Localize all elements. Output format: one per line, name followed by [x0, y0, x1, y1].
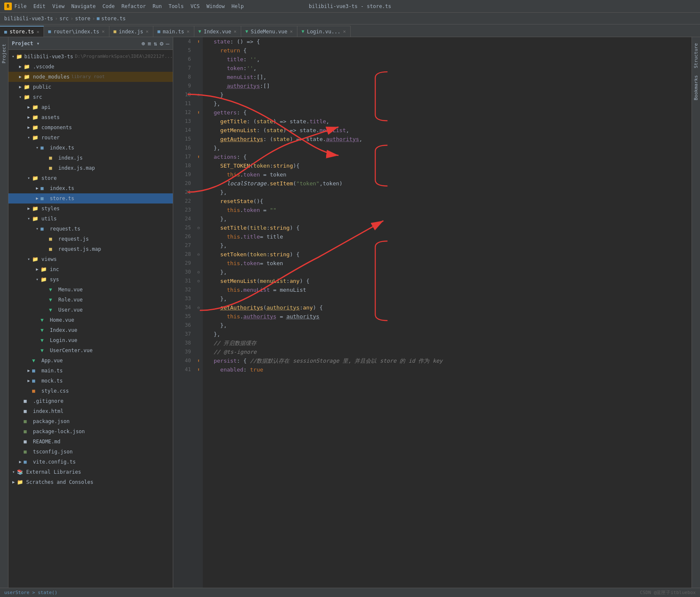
menu-help[interactable]: Help	[232, 3, 244, 9]
tree-item-request-js[interactable]: ■ request.js	[8, 234, 173, 244]
tab-index-js[interactable]: ■ index.js ✕	[109, 26, 153, 37]
breadcrumb-project[interactable]: bilibili-vue3-ts	[4, 16, 53, 22]
menu-run[interactable]: Run	[153, 3, 162, 9]
tab-close-indexvue[interactable]: ✕	[234, 29, 237, 34]
tree-label-vscode: .vscode	[33, 62, 54, 71]
tree-item-node-modules[interactable]: ▶ 📁 node_modules library root	[8, 72, 173, 82]
ln-10: 10	[177, 90, 191, 99]
tree-item-external-libs[interactable]: ▾ 📚 External Libraries	[8, 467, 173, 477]
tab-close-sidemenuvue[interactable]: ✕	[290, 29, 293, 34]
ln-23: 23	[177, 206, 191, 214]
tab-main-ts[interactable]: ■ main.ts ✕	[153, 26, 194, 37]
tree-item-inc[interactable]: ▶ 📁 inc	[8, 264, 173, 274]
breadcrumb-src[interactable]: src	[60, 16, 69, 22]
tree-item-vite-config[interactable]: ▶ ■ vite.config.ts	[8, 457, 173, 467]
tree-item-store[interactable]: ▾ 📁 store	[8, 173, 173, 183]
tree-item-router-index-ts[interactable]: ▾ ■ index.ts	[8, 143, 173, 153]
tab-close-store[interactable]: ✕	[36, 29, 39, 35]
tab-store-ts[interactable]: ■ store.ts ✕	[0, 26, 44, 37]
tree-item-usercenter-vue[interactable]: ▼ UserCenter.vue	[8, 345, 173, 355]
tree-arrow-public: ▶	[17, 83, 24, 91]
tree-item-styles[interactable]: ▶ 📁 styles	[8, 204, 173, 214]
editor-container: 4 5 6 7 8 9 10 11 12 13 14 15 16 17 18 1…	[173, 37, 692, 588]
tree-item-home-vue[interactable]: ▼ Home.vue	[8, 315, 173, 325]
menu-edit[interactable]: Edit	[33, 3, 46, 9]
tree-item-request-jsmap[interactable]: ■ request.js.map	[8, 244, 173, 254]
code-line-30: },	[207, 268, 687, 277]
ln-13: 13	[177, 117, 191, 126]
panel-action-settings[interactable]: ⚙	[160, 40, 163, 47]
menu-refactor[interactable]: Refactor	[121, 3, 146, 9]
status-breadcrumb[interactable]: userStore > state()	[4, 590, 57, 595]
tree-item-index-vue[interactable]: ▼ Index.vue	[8, 325, 173, 335]
tree-item-main-ts[interactable]: ▶ ■ main.ts	[8, 366, 173, 376]
tree-item-store-ts[interactable]: ▶ ■ store.ts	[8, 193, 173, 204]
ts-icon-main: ■	[32, 366, 40, 375]
tree-item-root[interactable]: ▾ 📁 bilibili-vue3-ts D:\ProgramWorkSpace…	[8, 52, 173, 62]
tree-item-sys[interactable]: ▾ 📁 sys	[8, 274, 173, 285]
panel-action-locate[interactable]: ⊕	[142, 40, 145, 47]
tree-item-app-vue[interactable]: ▼ App.vue	[8, 355, 173, 366]
vue-icon-menu: ▼	[49, 285, 57, 294]
ln-6: 6	[177, 55, 191, 64]
tree-item-index-html[interactable]: ■ index.html	[8, 406, 173, 416]
tree-item-views[interactable]: ▾ 📁 views	[8, 254, 173, 264]
menu-navigate[interactable]: Navigate	[71, 3, 96, 9]
bookmarks-toggle[interactable]: Bookmarks	[692, 73, 700, 103]
tab-sidemenu-vue[interactable]: ▼ SideMenu.vue ✕	[241, 26, 297, 37]
tree-item-assets[interactable]: ▶ 📁 assets	[8, 112, 173, 122]
tab-close-indexjs[interactable]: ✕	[146, 29, 149, 34]
tree-label-tsconfig: tsconfig.json	[33, 448, 73, 456]
tree-item-router-indexjsmap[interactable]: ■ index.js.map	[8, 163, 173, 173]
tree-item-utils[interactable]: ▾ 📁 utils	[8, 214, 173, 224]
tree-label-components: components	[41, 123, 72, 132]
tree-item-store-indexts[interactable]: ▶ ■ index.ts	[8, 183, 173, 193]
main-layout: Project Project ▾ ⊕ ≡ ⇅ ⚙ — ▾ 📁 bilibili…	[0, 37, 700, 588]
editor-area[interactable]: 4 5 6 7 8 9 10 11 12 13 14 15 16 17 18 1…	[173, 37, 692, 588]
tree-item-login-vue[interactable]: ▼ Login.vue	[8, 335, 173, 345]
panel-action-sort[interactable]: ⇅	[154, 40, 157, 47]
tab-login-vue[interactable]: ▼ Login.vu... ✕	[297, 26, 351, 37]
tree-item-router-indexjs[interactable]: ■ index.js	[8, 153, 173, 163]
tree-item-package-json[interactable]: ■ package.json	[8, 416, 173, 426]
tree-item-tsconfig[interactable]: ■ tsconfig.json	[8, 447, 173, 457]
folder-icon-views: 📁	[32, 255, 40, 263]
tab-close-router[interactable]: ✕	[102, 29, 105, 34]
panel-dropdown-icon[interactable]: ▾	[37, 41, 40, 46]
panel-action-close[interactable]: —	[166, 40, 169, 47]
tree-item-vscode[interactable]: ▶ 📁 .vscode	[8, 62, 173, 72]
menu-code[interactable]: Code	[103, 3, 115, 9]
tree-item-role-vue[interactable]: ▼ Role.vue	[8, 295, 173, 305]
tab-index-vue[interactable]: ▼ Index.vue ✕	[194, 26, 241, 37]
tree-item-components[interactable]: ▶ 📁 components	[8, 122, 173, 133]
menu-vcs[interactable]: VCS	[191, 3, 200, 9]
structure-toggle[interactable]: Structure	[692, 41, 700, 71]
tree-item-package-lock[interactable]: ■ package-lock.json	[8, 426, 173, 437]
tree-item-request-ts[interactable]: ▾ ■ request.ts	[8, 224, 173, 234]
tree-item-public[interactable]: ▶ 📁 public	[8, 82, 173, 92]
ln-26: 26	[177, 232, 191, 241]
tree-item-src[interactable]: ▾ 📁 src	[8, 92, 173, 102]
tab-close-loginvue[interactable]: ✕	[343, 29, 346, 34]
menu-window[interactable]: Window	[207, 3, 225, 9]
tree-item-style-css[interactable]: ■ style.css	[8, 386, 173, 396]
tree-item-menu-vue[interactable]: ▼ Menu.vue	[8, 285, 173, 295]
tab-icon-indexjs: ■	[114, 29, 117, 34]
breadcrumb-store[interactable]: store	[75, 16, 90, 22]
tree-item-readme[interactable]: ■ README.md	[8, 437, 173, 447]
menu-file[interactable]: File	[14, 3, 27, 9]
code-line-22: resetState(){	[207, 197, 687, 206]
tab-close-maints[interactable]: ✕	[187, 29, 190, 34]
tab-router-index[interactable]: ■ router\index.ts ✕	[44, 26, 109, 37]
tree-item-router[interactable]: ▾ 📁 router	[8, 133, 173, 143]
project-toggle[interactable]: Project	[0, 41, 8, 67]
tree-item-api[interactable]: ▶ 📁 api	[8, 102, 173, 112]
menu-view[interactable]: View	[52, 3, 65, 9]
tree-item-user-vue[interactable]: ▼ User.vue	[8, 305, 173, 315]
tree-item-gitignore[interactable]: ■ .gitignore	[8, 396, 173, 406]
panel-action-collapse[interactable]: ≡	[147, 40, 151, 47]
tree-item-scratches[interactable]: ▶ 📁 Scratches and Consoles	[8, 477, 173, 487]
tree-item-mock-ts[interactable]: ▶ ■ mock.ts	[8, 376, 173, 386]
menu-bar[interactable]: File Edit View Navigate Code Refactor Ru…	[14, 3, 244, 9]
menu-tools[interactable]: Tools	[169, 3, 184, 9]
